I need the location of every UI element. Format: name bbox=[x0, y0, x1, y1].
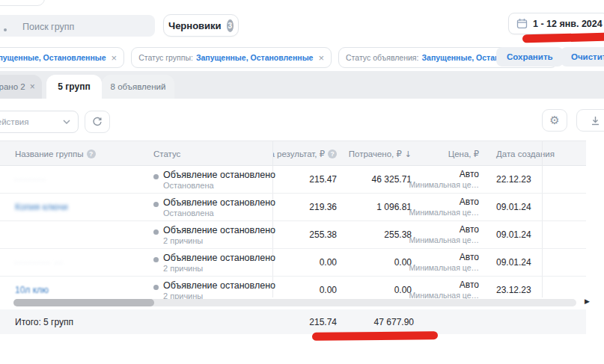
column-header-created[interactable]: Дата создания bbox=[496, 141, 555, 167]
gear-icon: ⚙ bbox=[549, 114, 559, 127]
created-date: 23.12.23 bbox=[496, 285, 531, 295]
spent-total: 47 677.90 bbox=[374, 317, 414, 327]
status-text: Объявление остановлено bbox=[163, 197, 275, 208]
clear-filters-button[interactable]: Очистить bbox=[561, 47, 604, 67]
tab-groups[interactable]: 5 групп bbox=[46, 75, 102, 99]
actions-select-label: Действия bbox=[0, 117, 28, 126]
created-date: 09.01.24 bbox=[496, 202, 531, 212]
refresh-button[interactable] bbox=[85, 111, 110, 133]
group-name-link[interactable]: Копия ключи bbox=[15, 202, 68, 212]
table-row[interactable]: 10л клю Объявление остановлено 2 причины… bbox=[0, 277, 586, 297]
price-value: Авто bbox=[460, 280, 479, 290]
status-detail: 2 причины bbox=[163, 236, 203, 245]
created-date: 22.12.23 bbox=[496, 174, 531, 185]
filter-chip-row: Запущенные, Остановленные × Статус групп… bbox=[0, 47, 558, 68]
horizontal-scrollbar-thumb[interactable] bbox=[13, 299, 154, 306]
column-header-status[interactable]: Статус bbox=[153, 141, 180, 167]
status-text: Объявление остановлено bbox=[163, 225, 275, 235]
close-icon[interactable]: × bbox=[30, 81, 35, 92]
chip-value: Запущенные, Остановленные bbox=[0, 53, 106, 62]
cost-per-result-value: 255.38 bbox=[309, 229, 337, 240]
drafts-button[interactable]: Черновики 3 bbox=[163, 14, 239, 37]
filter-chip-campaign-status[interactable]: Запущенные, Остановленные × bbox=[0, 47, 124, 68]
settings-button[interactable]: ⚙ bbox=[542, 109, 567, 132]
status-dot-icon bbox=[153, 229, 159, 235]
cost-per-result-value: 0.00 bbox=[320, 257, 337, 268]
filter-chip-group-status[interactable]: Статус группы: Запущенные, Остановленные… bbox=[131, 47, 332, 68]
tab-label: 5 групп bbox=[58, 81, 90, 92]
close-icon[interactable]: × bbox=[112, 52, 118, 64]
close-icon[interactable]: × bbox=[318, 52, 324, 64]
date-range-label: 1 - 12 янв. 2024 bbox=[533, 19, 603, 29]
table-header: Название группы ? Статус Цена за результ… bbox=[0, 141, 586, 166]
price-detail: Минимальная це… bbox=[409, 263, 479, 272]
column-header-spent[interactable]: Потрачено, ₽ ↓ bbox=[314, 141, 412, 167]
scroll-right-arrow-icon[interactable]: ▶ bbox=[585, 297, 590, 305]
drafts-count-badge: 3 bbox=[227, 19, 234, 32]
column-header-name[interactable]: Название группы ? bbox=[15, 141, 96, 167]
group-name-link[interactable]: ········ ·· bbox=[15, 257, 64, 268]
save-filters-button[interactable]: Сохранить bbox=[496, 47, 564, 67]
actions-select[interactable]: Действия bbox=[0, 111, 79, 133]
price-value: Авто bbox=[460, 224, 479, 235]
totals-label: Итого: 5 групп bbox=[15, 317, 73, 327]
status-dot-icon bbox=[153, 285, 159, 290]
column-header-price[interactable]: Цена, ₽ bbox=[419, 141, 479, 167]
price-value: Авто bbox=[460, 169, 479, 179]
search-icon bbox=[4, 28, 7, 31]
popup-edge-fragment bbox=[0, 0, 45, 6]
red-marker-annotation-totals bbox=[312, 331, 438, 341]
tab-label: Выбрано 2 bbox=[0, 82, 25, 91]
price-detail: Минимальная це… bbox=[409, 208, 479, 217]
price-value: Авто bbox=[460, 197, 479, 207]
download-icon bbox=[591, 116, 600, 126]
status-text: Объявление остановлено bbox=[163, 170, 275, 180]
search-input[interactable] bbox=[21, 15, 151, 38]
chip-value: Запущенные, Остановленные bbox=[196, 53, 314, 62]
tab-ads[interactable]: 8 объявлений bbox=[102, 75, 174, 99]
status-dot-icon bbox=[153, 202, 159, 207]
price-detail: Минимальная це… bbox=[409, 180, 479, 189]
group-name-link[interactable]: 10л клю bbox=[15, 285, 49, 295]
cost-per-result-value: 219.36 bbox=[309, 202, 337, 212]
status-dot-icon bbox=[153, 257, 159, 262]
column-label: Потрачено, ₽ bbox=[349, 149, 402, 159]
price-detail: Минимальная це… bbox=[409, 235, 479, 244]
status-dot-icon bbox=[153, 174, 159, 179]
date-range-picker[interactable]: 1 - 12 янв. 2024 bbox=[508, 13, 604, 34]
status-detail: 2 причины bbox=[163, 264, 203, 273]
table-row[interactable]: Копия ключи Объявление остановлено Остан… bbox=[0, 194, 586, 221]
calendar-icon bbox=[516, 18, 528, 29]
help-icon[interactable]: ? bbox=[87, 149, 96, 158]
status-detail: Остановлена bbox=[163, 209, 214, 218]
group-search-field[interactable] bbox=[0, 15, 155, 37]
status-text: Объявление остановлено bbox=[163, 280, 275, 291]
group-name-link[interactable]: ······· bbox=[15, 174, 46, 185]
column-label: Название группы bbox=[15, 149, 84, 158]
spent-value: 255.38 bbox=[384, 229, 412, 240]
created-date: 09.01.24 bbox=[496, 257, 531, 268]
spent-value: 46 325.71 bbox=[372, 174, 412, 185]
ads-manager-screen: Черновики 3 1 - 12 янв. 2024 Запущенные,… bbox=[0, 0, 604, 364]
price-value: Авто bbox=[460, 252, 479, 262]
export-button[interactable] bbox=[576, 109, 604, 132]
created-date: 09.01.24 bbox=[496, 229, 531, 240]
cost-per-result-total: 215.74 bbox=[309, 317, 337, 327]
column-label: Цена, ₽ bbox=[448, 149, 479, 159]
table-totals-row: Итого: 5 групп 215.74 47 677.90 bbox=[0, 309, 586, 334]
tab-selected-items[interactable]: Выбрано 2 × bbox=[0, 75, 42, 99]
chevron-down-icon bbox=[63, 120, 70, 124]
sort-desc-icon[interactable]: ↓ bbox=[405, 149, 412, 159]
table-row[interactable]: Объявление остановлено 2 причины 255.38 … bbox=[0, 221, 586, 249]
spent-value: 1 096.81 bbox=[376, 202, 412, 212]
table-row[interactable]: ······· Объявление остановлено Остановле… bbox=[0, 166, 586, 194]
table-row[interactable]: ········ ·· Объявление остановлено 2 при… bbox=[0, 249, 586, 277]
tab-label: 8 объявлений bbox=[111, 82, 166, 91]
status-text: Объявление остановлено bbox=[163, 253, 275, 263]
cost-per-result-value: 0.00 bbox=[320, 285, 337, 295]
drafts-label: Черновики bbox=[168, 20, 222, 31]
refresh-icon bbox=[92, 117, 103, 127]
column-label: Дата создания bbox=[496, 149, 555, 158]
chip-label: Статус объявления: bbox=[346, 53, 418, 62]
status-detail: Остановлена bbox=[163, 181, 214, 190]
